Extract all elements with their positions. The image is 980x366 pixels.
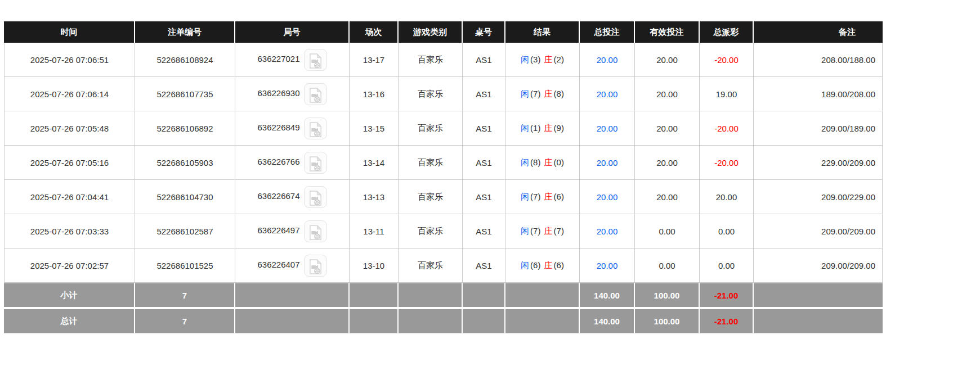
- table-number-cell: AS1: [463, 111, 505, 146]
- time-cell: 2025-07-26 07:04:41: [4, 180, 135, 214]
- game-type-cell: 百家乐: [399, 214, 463, 248]
- video-replay-button[interactable]: [304, 83, 327, 105]
- remark-cell: 209.00/209.00: [754, 248, 883, 283]
- video-replay-button[interactable]: [304, 49, 327, 71]
- result-cell: 闲(7) 庄(6): [505, 180, 580, 214]
- payout-cell: -20.00: [700, 146, 754, 180]
- subtotal-row: 小计 7 140.00 100.00 -21.00: [4, 283, 883, 307]
- bet-number-cell: 522686106892: [135, 111, 235, 146]
- subtotal-count: 7: [135, 283, 235, 307]
- result-cell: 闲(7) 庄(8): [505, 77, 580, 111]
- player-score: (8): [530, 157, 541, 167]
- banker-score: (7): [553, 226, 565, 236]
- video-file-icon: [308, 87, 323, 103]
- game-type-cell: 百家乐: [399, 146, 463, 180]
- game-type-cell: 百家乐: [399, 248, 463, 283]
- round-number: 636226407: [257, 260, 299, 269]
- banker-label: 庄: [544, 260, 553, 270]
- round-number: 636226766: [257, 157, 299, 166]
- video-file-icon: [308, 259, 323, 275]
- table-number-cell: AS1: [463, 43, 505, 77]
- bet-number-cell: 522686104730: [135, 180, 235, 214]
- player-score: (7): [530, 226, 541, 236]
- time-cell: 2025-07-26 07:05:48: [4, 111, 135, 146]
- round-number-cell: 636227021: [235, 43, 350, 77]
- bet-number-cell: 522686101525: [135, 248, 235, 283]
- bet-records-page: 时间 注单编号 局号 场次 游戏类别 桌号 结果 总投注 有效投注 总派彩 备注…: [0, 0, 980, 333]
- video-replay-button[interactable]: [304, 118, 327, 139]
- payout-cell: -20.00: [700, 111, 754, 146]
- total-payout: -21.00: [700, 307, 754, 333]
- col-header-total-payout: 总派彩: [700, 21, 754, 43]
- bet-number-cell: 522686102587: [135, 214, 235, 248]
- col-header-session: 场次: [350, 21, 399, 43]
- banker-score: (6): [553, 192, 565, 201]
- round-number: 636226674: [257, 191, 299, 201]
- remark-cell: 229.00/209.00: [754, 146, 883, 180]
- banker-score: (9): [553, 123, 565, 133]
- subtotal-total-bet: 140.00: [580, 283, 635, 307]
- table-row: 2025-07-26 07:05:16522686105903636226766…: [4, 146, 883, 180]
- time-cell: 2025-07-26 07:03:33: [4, 214, 135, 248]
- round-number-cell: 636226497: [235, 214, 350, 248]
- col-header-table-number: 桌号: [463, 21, 505, 43]
- player-label: 闲: [520, 55, 530, 64]
- total-row: 总计 7 140.00 100.00 -21.00: [4, 307, 883, 333]
- records-body: 2025-07-26 07:06:51522686108924636227021…: [4, 43, 883, 283]
- session-cell: 13-10: [350, 248, 399, 283]
- time-cell: 2025-07-26 07:06:14: [4, 77, 135, 111]
- player-label: 闲: [520, 260, 530, 270]
- total-count: 7: [135, 307, 235, 333]
- video-replay-button[interactable]: [304, 152, 327, 174]
- subtotal-payout: -21.00: [700, 283, 754, 307]
- session-cell: 13-16: [350, 77, 399, 111]
- game-type-cell: 百家乐: [399, 180, 463, 214]
- player-label: 闲: [520, 192, 530, 201]
- session-cell: 13-11: [350, 214, 399, 248]
- remark-cell: 208.00/188.00: [754, 43, 883, 77]
- table-number-cell: AS1: [463, 146, 505, 180]
- banker-score: (0): [553, 157, 565, 167]
- time-cell: 2025-07-26 07:02:57: [4, 248, 135, 283]
- video-file-icon: [308, 156, 323, 172]
- table-number-cell: AS1: [463, 180, 505, 214]
- video-file-icon: [308, 53, 323, 69]
- banker-label: 庄: [544, 192, 553, 201]
- video-replay-button[interactable]: [304, 186, 327, 208]
- time-cell: 2025-07-26 07:06:51: [4, 43, 135, 77]
- video-replay-button[interactable]: [304, 255, 327, 277]
- table-row: 2025-07-26 07:04:41522686104730636226674…: [4, 180, 883, 214]
- remark-cell: 209.00/229.00: [754, 180, 883, 214]
- total-bet-cell: 20.00: [580, 214, 635, 248]
- subtotal-label: 小计: [4, 283, 135, 307]
- col-header-result: 结果: [505, 21, 580, 43]
- bet-number-cell: 522686108924: [135, 43, 235, 77]
- col-header-time: 时间: [4, 21, 135, 43]
- video-replay-button[interactable]: [304, 220, 327, 242]
- banker-label: 庄: [544, 55, 553, 64]
- video-file-icon: [308, 190, 323, 206]
- banker-score: (6): [553, 260, 565, 270]
- session-cell: 13-14: [350, 146, 399, 180]
- player-label: 闲: [520, 89, 530, 98]
- round-number: 636226497: [257, 225, 299, 235]
- round-number-cell: 636226930: [235, 77, 350, 111]
- table-number-cell: AS1: [463, 248, 505, 283]
- total-total-bet: 140.00: [580, 307, 635, 333]
- payout-cell: 0.00: [700, 248, 754, 283]
- player-label: 闲: [520, 123, 530, 133]
- bet-number-cell: 522686107735: [135, 77, 235, 111]
- valid-bet-cell: 20.00: [635, 180, 700, 214]
- session-cell: 13-15: [350, 111, 399, 146]
- total-bet-cell: 20.00: [580, 180, 635, 214]
- game-type-cell: 百家乐: [399, 111, 463, 146]
- valid-bet-cell: 20.00: [635, 146, 700, 180]
- time-cell: 2025-07-26 07:05:16: [4, 146, 135, 180]
- col-header-total-bet: 总投注: [580, 21, 635, 43]
- result-cell: 闲(8) 庄(0): [505, 146, 580, 180]
- remark-cell: 209.00/189.00: [754, 111, 883, 146]
- video-file-icon: [308, 121, 323, 138]
- total-bet-cell: 20.00: [580, 248, 635, 283]
- table-footer: 小计 7 140.00 100.00 -21.00 总计 7 140.00 10…: [4, 283, 883, 333]
- total-bet-cell: 20.00: [580, 146, 635, 180]
